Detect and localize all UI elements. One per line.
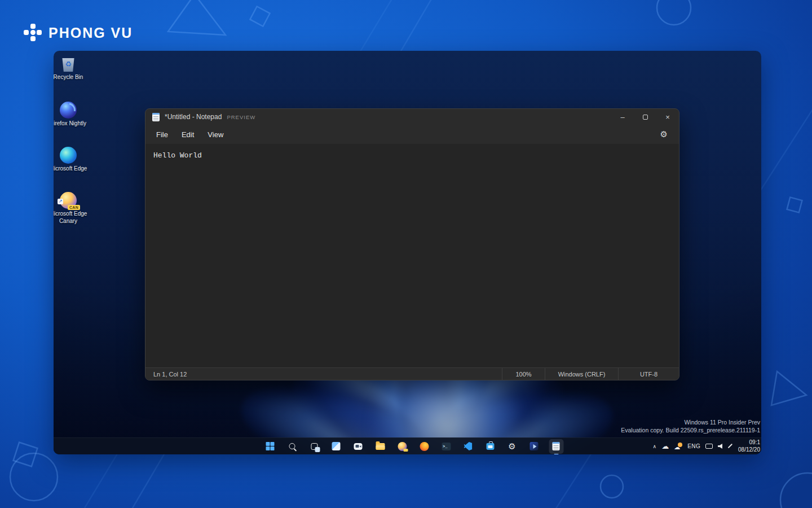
tray-time: 09:1 [749,439,760,446]
taskbar-firefox-button[interactable] [417,439,431,454]
tray-clock[interactable]: 09:1 08/12/20 [738,439,760,453]
terminal-icon: >_ [442,443,451,450]
file-explorer-icon [376,443,385,450]
store-icon [486,443,494,450]
menu-file[interactable]: File [150,128,174,142]
taskbar-task-view-button[interactable] [307,439,321,454]
vscode-icon [464,442,473,450]
task-view-icon [311,443,317,450]
notepad-window: *Untitled - Notepad PREVIEW – × File Edi… [145,108,679,380]
desktop-icon-label: Firefox Nightly [54,120,86,128]
taskbar-settings-button[interactable]: ⚙ [505,439,519,454]
chat-icon [354,443,363,450]
desktop-icon-recycle-bin[interactable]: ♻ Recycle Bin [54,55,88,81]
taskbar-media-player-button[interactable] [527,439,541,454]
microsoft-edge-icon [60,147,77,164]
status-line-endings: Windows (CRLF) [545,368,618,380]
pen-icon[interactable] [728,444,733,449]
taskbar-notepad-button[interactable] [549,439,563,454]
settings-gear-icon[interactable]: ⚙ [660,129,668,139]
minimize-button[interactable]: – [611,109,634,125]
watermark-line-2: Evaluation copy. Build 22509.rs_prerelea… [621,426,760,434]
desktop-icon-firefox-nightly[interactable]: Firefox Nightly [54,102,88,128]
taskbar: >_ ⚙ ∧ ☁ ☁ ENG 09:1 08/12/20 [54,437,761,454]
desktop-icon-label: Microsoft Edge Canary [54,211,88,225]
desktop-icon-edge-canary[interactable]: ↗ CAN Microsoft Edge Canary [54,192,88,225]
volume-icon[interactable] [718,444,722,449]
edge-canary-icon [398,442,407,451]
taskbar-search-button[interactable] [285,439,299,454]
widgets-icon [332,442,341,450]
notepad-menubar: File Edit View ⚙ [145,125,679,144]
minimize-icon: – [620,113,624,121]
taskbar-vscode-button[interactable] [461,439,475,454]
weather-icon[interactable]: ☁ [674,443,682,450]
window-title: *Untitled - Notepad [165,113,222,121]
notepad-icon [553,442,560,450]
close-button[interactable]: × [656,109,679,125]
notepad-titlebar[interactable]: *Untitled - Notepad PREVIEW – × [145,109,679,125]
windows-desktop: ♻ Recycle Bin Firefox Nightly Microsoft … [54,51,761,454]
preview-badge: PREVIEW [227,114,255,120]
status-encoding: UTF-8 [618,368,679,380]
desktop-icon-label: Recycle Bin [54,74,83,81]
taskbar-widgets-button[interactable] [329,439,343,454]
display-icon[interactable] [705,444,713,449]
desktop-icon-label: Microsoft Edge [54,165,87,173]
taskbar-chat-button[interactable] [351,439,365,454]
taskbar-file-explorer-button[interactable] [373,439,387,454]
firefox-nightly-icon [60,102,77,119]
windows-start-icon [266,442,275,451]
language-indicator[interactable]: ENG [687,443,700,449]
maximize-icon [643,115,648,120]
taskbar-terminal-button[interactable]: >_ [439,439,453,454]
taskbar-start-button[interactable] [263,439,277,454]
search-icon [289,443,295,449]
evaluation-watermark: Windows 11 Pro Insider Prev Evaluation c… [621,418,760,434]
taskbar-store-button[interactable] [483,439,497,454]
menu-edit[interactable]: Edit [175,128,200,142]
canary-badge: CAN [68,205,80,210]
notepad-statusbar: Ln 1, Col 12 100% Windows (CRLF) UTF-8 [145,367,679,380]
notepad-text-area[interactable]: Hello World [145,144,679,367]
tray-chevron-up-icon[interactable]: ∧ [653,444,657,449]
phongvu-logo-icon [24,24,42,42]
recycle-bin-icon: ♻ [61,56,75,72]
phongvu-logo: PHONG VU [24,24,133,42]
taskbar-edge-canary-button[interactable] [395,439,409,454]
system-tray: ∧ ☁ ☁ ENG 09:1 08/12/20 [653,438,761,454]
menu-view[interactable]: View [201,128,230,142]
settings-gear-icon: ⚙ [508,442,515,450]
status-cursor-position: Ln 1, Col 12 [145,368,502,380]
taskbar-center-icons: >_ ⚙ [263,439,563,454]
notepad-app-icon [152,113,160,121]
phongvu-logo-text: PHONG VU [48,25,133,41]
media-player-icon [530,442,539,450]
firefox-icon [420,442,429,451]
status-zoom: 100% [502,368,545,380]
watermark-line-1: Windows 11 Pro Insider Prev [621,418,760,426]
onedrive-cloud-icon[interactable]: ☁ [661,443,669,450]
desktop-icon-microsoft-edge[interactable]: Microsoft Edge [54,147,88,173]
weather-cloud-icon: ☁ [674,444,680,450]
maximize-button[interactable] [634,109,656,125]
shortcut-arrow-icon: ↗ [58,199,63,204]
tray-date: 08/12/20 [738,446,760,454]
close-icon: × [665,113,670,121]
